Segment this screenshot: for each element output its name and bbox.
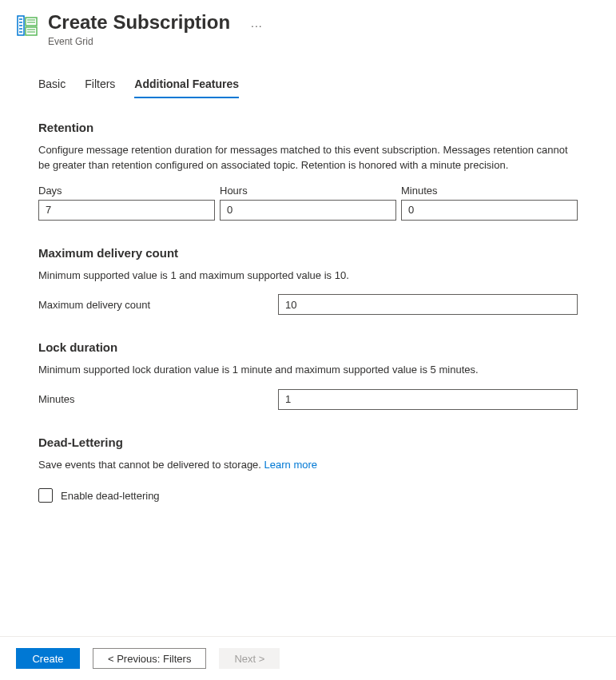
- lock-duration-heading: Lock duration: [38, 340, 578, 354]
- hours-label: Hours: [220, 185, 396, 197]
- days-input[interactable]: [38, 200, 215, 221]
- dead-lettering-description: Save events that cannot be delivered to …: [38, 457, 578, 473]
- dead-lettering-heading: Dead-Lettering: [38, 435, 578, 449]
- subscription-icon: [16, 14, 38, 37]
- lock-minutes-input[interactable]: [278, 389, 578, 410]
- retention-description: Configure message retention duration for…: [38, 142, 578, 173]
- page-title: Create Subscription: [48, 11, 230, 34]
- more-button[interactable]: ···: [251, 19, 263, 32]
- svg-rect-6: [26, 18, 37, 26]
- learn-more-link[interactable]: Learn more: [264, 459, 317, 471]
- enable-dead-lettering-label: Enable dead-lettering: [61, 490, 160, 502]
- lock-minutes-label: Minutes: [38, 393, 278, 405]
- hours-input[interactable]: [220, 200, 396, 221]
- max-delivery-heading: Maximum delivery count: [38, 246, 578, 260]
- retention-minutes-input[interactable]: [401, 200, 578, 221]
- tab-filters[interactable]: Filters: [85, 73, 115, 98]
- minutes-label: Minutes: [401, 185, 578, 197]
- create-button[interactable]: Create: [16, 648, 80, 669]
- enable-dead-lettering-checkbox[interactable]: [38, 488, 53, 503]
- tab-basic[interactable]: Basic: [38, 73, 66, 98]
- next-button: Next >: [219, 648, 280, 669]
- days-label: Days: [38, 185, 215, 197]
- svg-rect-9: [26, 27, 37, 35]
- max-delivery-label: Maximum delivery count: [38, 299, 278, 311]
- tab-additional-features[interactable]: Additional Features: [134, 73, 239, 98]
- previous-button[interactable]: < Previous: Filters: [93, 648, 206, 669]
- dead-lettering-desc-text: Save events that cannot be delivered to …: [38, 459, 264, 471]
- retention-heading: Retention: [38, 121, 578, 134]
- lock-duration-description: Minimum supported lock duration value is…: [38, 362, 578, 378]
- max-delivery-input[interactable]: [278, 294, 578, 315]
- max-delivery-description: Minimum supported value is 1 and maximum…: [38, 268, 578, 284]
- page-subtitle: Event Grid: [48, 36, 230, 47]
